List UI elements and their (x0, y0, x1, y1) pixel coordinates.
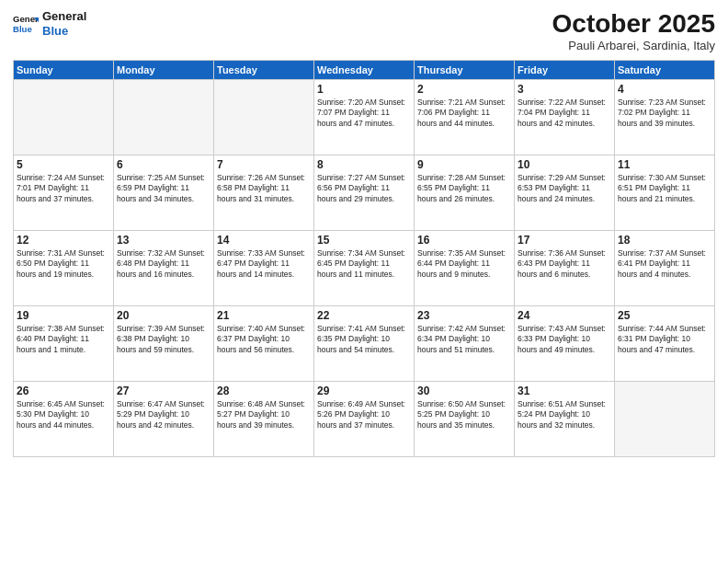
day-number: 13 (117, 234, 210, 247)
calendar-cell: 9Sunrise: 7:28 AM Sunset: 6:55 PM Daylig… (415, 155, 515, 231)
calendar-cell: 7Sunrise: 7:26 AM Sunset: 6:58 PM Daylig… (214, 155, 314, 231)
day-content: Sunrise: 7:27 AM Sunset: 6:56 PM Dayligh… (317, 173, 411, 204)
day-content: Sunrise: 7:44 AM Sunset: 6:31 PM Dayligh… (618, 324, 711, 355)
day-content: Sunrise: 6:47 AM Sunset: 5:29 PM Dayligh… (117, 399, 210, 431)
logo-blue: Blue (42, 24, 86, 39)
day-number: 21 (217, 309, 311, 322)
logo-general: General (42, 9, 86, 24)
day-number: 20 (117, 309, 210, 322)
calendar-cell: 28Sunrise: 6:48 AM Sunset: 5:27 PM Dayli… (214, 382, 314, 457)
day-content: Sunrise: 7:37 AM Sunset: 6:41 PM Dayligh… (618, 248, 711, 280)
day-content: Sunrise: 7:43 AM Sunset: 6:33 PM Dayligh… (518, 324, 611, 355)
calendar-cell: 15Sunrise: 7:34 AM Sunset: 6:45 PM Dayli… (314, 231, 415, 306)
day-number: 17 (518, 234, 611, 247)
day-content: Sunrise: 7:39 AM Sunset: 6:38 PM Dayligh… (117, 324, 210, 355)
day-content: Sunrise: 6:45 AM Sunset: 5:30 PM Dayligh… (17, 399, 110, 431)
header: General Blue General Blue October 2025 P… (13, 9, 715, 52)
day-number: 31 (518, 385, 611, 397)
calendar-cell: 20Sunrise: 7:39 AM Sunset: 6:38 PM Dayli… (114, 306, 214, 382)
day-content: Sunrise: 6:49 AM Sunset: 5:26 PM Dayligh… (317, 399, 411, 431)
calendar-cell: 1Sunrise: 7:20 AM Sunset: 7:07 PM Daylig… (314, 80, 415, 155)
calendar-cell: 10Sunrise: 7:29 AM Sunset: 6:53 PM Dayli… (515, 155, 615, 231)
svg-text:General: General (13, 14, 39, 24)
day-number: 4 (618, 83, 711, 96)
day-number: 25 (618, 309, 711, 322)
svg-text:Blue: Blue (13, 23, 32, 33)
day-content: Sunrise: 7:35 AM Sunset: 6:44 PM Dayligh… (417, 248, 511, 280)
calendar-cell (14, 80, 114, 155)
day-content: Sunrise: 7:29 AM Sunset: 6:53 PM Dayligh… (518, 173, 611, 204)
day-content: Sunrise: 6:51 AM Sunset: 5:24 PM Dayligh… (518, 399, 611, 431)
day-number: 24 (518, 309, 611, 322)
calendar-header-row: Sunday Monday Tuesday Wednesday Thursday… (14, 61, 715, 80)
day-content: Sunrise: 7:31 AM Sunset: 6:50 PM Dayligh… (17, 248, 110, 280)
calendar-cell: 13Sunrise: 7:32 AM Sunset: 6:48 PM Dayli… (114, 231, 214, 306)
day-content: Sunrise: 7:36 AM Sunset: 6:43 PM Dayligh… (518, 248, 611, 280)
calendar-cell: 30Sunrise: 6:50 AM Sunset: 5:25 PM Dayli… (415, 382, 515, 457)
calendar-cell: 11Sunrise: 7:30 AM Sunset: 6:51 PM Dayli… (615, 155, 715, 231)
day-number: 12 (17, 234, 110, 247)
col-monday: Monday (114, 61, 214, 80)
day-number: 8 (317, 158, 411, 171)
day-content: Sunrise: 7:22 AM Sunset: 7:04 PM Dayligh… (518, 98, 611, 129)
day-content: Sunrise: 6:50 AM Sunset: 5:25 PM Dayligh… (417, 399, 511, 431)
day-content: Sunrise: 7:21 AM Sunset: 7:06 PM Dayligh… (417, 98, 511, 129)
day-number: 6 (117, 158, 210, 171)
col-saturday: Saturday (615, 61, 715, 80)
col-sunday: Sunday (14, 61, 114, 80)
day-content: Sunrise: 7:24 AM Sunset: 7:01 PM Dayligh… (17, 173, 110, 204)
calendar-cell: 26Sunrise: 6:45 AM Sunset: 5:30 PM Dayli… (14, 382, 114, 457)
location-subtitle: Pauli Arbarei, Sardinia, Italy (552, 39, 715, 52)
day-content: Sunrise: 7:25 AM Sunset: 6:59 PM Dayligh… (117, 173, 210, 204)
day-number: 27 (117, 385, 210, 397)
calendar-cell: 5Sunrise: 7:24 AM Sunset: 7:01 PM Daylig… (14, 155, 114, 231)
day-number: 5 (17, 158, 110, 171)
day-number: 11 (618, 158, 711, 171)
day-content: Sunrise: 7:32 AM Sunset: 6:48 PM Dayligh… (117, 248, 210, 280)
day-content: Sunrise: 7:26 AM Sunset: 6:58 PM Dayligh… (217, 173, 311, 204)
title-block: October 2025 Pauli Arbarei, Sardinia, It… (552, 9, 715, 52)
calendar-cell: 18Sunrise: 7:37 AM Sunset: 6:41 PM Dayli… (615, 231, 715, 306)
calendar-cell (114, 80, 214, 155)
logo-icon: General Blue (13, 11, 39, 37)
calendar-cell: 29Sunrise: 6:49 AM Sunset: 5:26 PM Dayli… (314, 382, 415, 457)
calendar-cell (214, 80, 314, 155)
day-content: Sunrise: 7:20 AM Sunset: 7:07 PM Dayligh… (317, 98, 411, 129)
day-content: Sunrise: 7:42 AM Sunset: 6:34 PM Dayligh… (417, 324, 511, 355)
day-number: 23 (417, 309, 511, 322)
day-content: Sunrise: 7:33 AM Sunset: 6:47 PM Dayligh… (217, 248, 311, 280)
calendar-cell: 25Sunrise: 7:44 AM Sunset: 6:31 PM Dayli… (615, 306, 715, 382)
day-number: 30 (417, 385, 511, 397)
day-number: 7 (217, 158, 311, 171)
calendar-week-row: 1Sunrise: 7:20 AM Sunset: 7:07 PM Daylig… (14, 80, 715, 155)
day-number: 14 (217, 234, 311, 247)
calendar-cell: 6Sunrise: 7:25 AM Sunset: 6:59 PM Daylig… (114, 155, 214, 231)
calendar-cell: 19Sunrise: 7:38 AM Sunset: 6:40 PM Dayli… (14, 306, 114, 382)
day-content: Sunrise: 7:34 AM Sunset: 6:45 PM Dayligh… (317, 248, 411, 280)
calendar-week-row: 19Sunrise: 7:38 AM Sunset: 6:40 PM Dayli… (14, 306, 715, 382)
day-number: 22 (317, 309, 411, 322)
day-number: 26 (17, 385, 110, 397)
calendar-cell: 8Sunrise: 7:27 AM Sunset: 6:56 PM Daylig… (314, 155, 415, 231)
calendar-cell: 17Sunrise: 7:36 AM Sunset: 6:43 PM Dayli… (515, 231, 615, 306)
calendar-week-row: 5Sunrise: 7:24 AM Sunset: 7:01 PM Daylig… (14, 155, 715, 231)
day-number: 2 (417, 83, 511, 96)
day-number: 15 (317, 234, 411, 247)
calendar-cell: 3Sunrise: 7:22 AM Sunset: 7:04 PM Daylig… (515, 80, 615, 155)
calendar-cell (615, 382, 715, 457)
col-thursday: Thursday (415, 61, 515, 80)
calendar-cell: 21Sunrise: 7:40 AM Sunset: 6:37 PM Dayli… (214, 306, 314, 382)
calendar-cell: 4Sunrise: 7:23 AM Sunset: 7:02 PM Daylig… (615, 80, 715, 155)
day-content: Sunrise: 7:41 AM Sunset: 6:35 PM Dayligh… (317, 324, 411, 355)
day-content: Sunrise: 7:23 AM Sunset: 7:02 PM Dayligh… (618, 98, 711, 129)
day-number: 18 (618, 234, 711, 247)
calendar-cell: 22Sunrise: 7:41 AM Sunset: 6:35 PM Dayli… (314, 306, 415, 382)
day-content: Sunrise: 7:28 AM Sunset: 6:55 PM Dayligh… (417, 173, 511, 204)
calendar-cell: 12Sunrise: 7:31 AM Sunset: 6:50 PM Dayli… (14, 231, 114, 306)
calendar-cell: 16Sunrise: 7:35 AM Sunset: 6:44 PM Dayli… (415, 231, 515, 306)
day-content: Sunrise: 7:38 AM Sunset: 6:40 PM Dayligh… (17, 324, 110, 355)
page: General Blue General Blue October 2025 P… (0, 0, 728, 563)
calendar: Sunday Monday Tuesday Wednesday Thursday… (13, 60, 715, 457)
day-number: 1 (317, 83, 411, 96)
day-number: 3 (518, 83, 611, 96)
